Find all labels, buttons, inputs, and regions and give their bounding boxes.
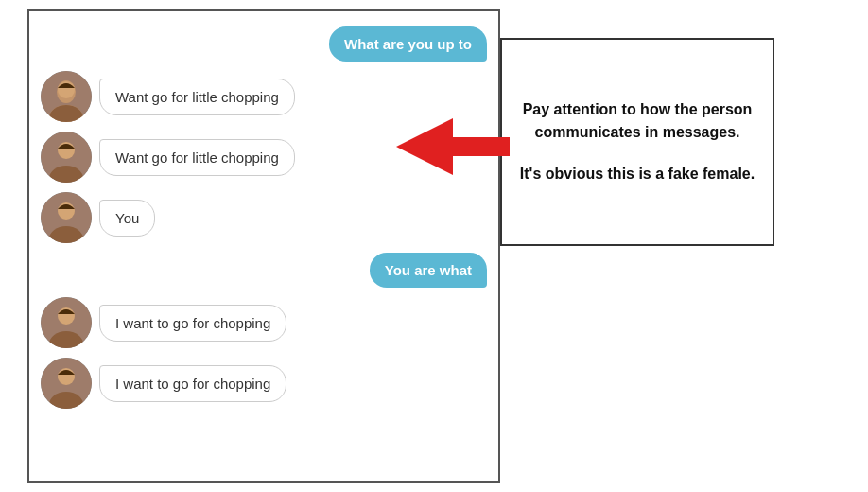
info-line1: Pay attention to how the person communic… [517, 98, 757, 144]
avatar-5 [41, 358, 92, 409]
incoming-row-5: I want to go for chopping [41, 358, 487, 409]
avatar-1 [41, 71, 92, 122]
info-line2: It's obvious this is a fake female. [517, 163, 757, 185]
chat-panel: What are you up to Want go for little ch… [27, 9, 500, 483]
avatar-2 [41, 132, 92, 183]
main-container: What are you up to Want go for little ch… [27, 9, 841, 483]
avatar-4 [41, 297, 92, 348]
arrow-icon [396, 118, 510, 175]
outgoing-bubble-2: You are what [370, 253, 487, 288]
incoming-bubble-5: I want to go for chopping [99, 365, 286, 402]
incoming-bubble-1: Want go for little chopping [99, 79, 295, 115]
incoming-bubble-2: Want go for little chopping [99, 139, 295, 176]
info-box: Pay attention to how the person communic… [500, 38, 774, 246]
incoming-row-4: I want to go for chopping [41, 297, 487, 348]
incoming-row-3: You [41, 192, 487, 243]
avatar-3 [41, 192, 92, 243]
incoming-bubble-3: You [99, 200, 155, 237]
incoming-bubble-4: I want to go for chopping [99, 305, 286, 342]
outgoing-bubble-1: What are you up to [329, 26, 487, 62]
arrow-container [396, 109, 510, 184]
